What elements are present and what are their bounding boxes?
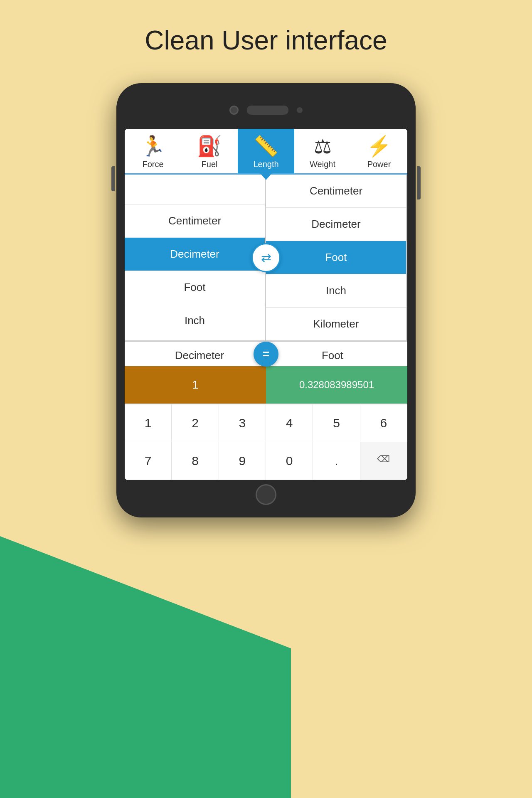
phone-sensor	[297, 107, 303, 113]
numpad-key-9[interactable]: 9	[219, 442, 266, 480]
numpad-key-8[interactable]: 8	[172, 442, 219, 480]
numpad-key-del[interactable]: ⌫	[360, 442, 407, 480]
swap-button[interactable]: ⇄	[251, 243, 281, 272]
tab-fuel[interactable]: ⛽ Fuel	[181, 129, 238, 173]
numpad-key-2[interactable]: 2	[172, 404, 219, 442]
force-icon: 🏃	[140, 135, 165, 158]
side-button-right	[417, 166, 421, 200]
length-icon: 📏	[254, 135, 278, 158]
numpad-key-0[interactable]: 0	[266, 442, 313, 480]
equals-button[interactable]: =	[254, 342, 278, 367]
phone-top-bar	[125, 96, 407, 125]
unit-item-left-0[interactable]	[125, 175, 265, 204]
unit-lists: Centimeter Decimeter Foot Inch Centimete…	[125, 175, 407, 342]
numpad-key-1[interactable]: 1	[125, 404, 172, 442]
converter-section: Decimeter Foot = 1 0.328083989501 123456…	[125, 342, 407, 480]
converter-to-value: 0.328083989501	[266, 366, 407, 404]
length-label: Length	[253, 160, 278, 169]
weight-label: Weight	[310, 160, 335, 169]
unit-list-right: Centimeter Decimeter Foot Inch Kilometer	[266, 175, 407, 340]
converter-header: Decimeter Foot =	[125, 342, 407, 366]
tab-power[interactable]: ⚡ Power	[351, 129, 407, 173]
numpad-key-4[interactable]: 4	[266, 404, 313, 442]
power-icon: ⚡	[367, 135, 392, 158]
swap-button-wrap: ⇄	[251, 243, 281, 272]
page-title: Clean User interface	[0, 25, 532, 56]
unit-item-right-2[interactable]: Foot	[266, 241, 406, 274]
converter-from-label: Decimeter	[133, 349, 266, 362]
side-button-left	[111, 166, 115, 191]
unit-item-left-3[interactable]: Foot	[125, 271, 265, 304]
phone-screen: 🏃 Force ⛽ Fuel 📏 Length ⚖ Weight ⚡ P	[125, 129, 407, 480]
unit-item-left-1[interactable]: Centimeter	[125, 204, 265, 238]
numpad-key-5[interactable]: 5	[313, 404, 360, 442]
home-button[interactable]	[256, 484, 276, 505]
unit-item-right-3[interactable]: Inch	[266, 274, 406, 308]
tab-length[interactable]: 📏 Length	[238, 129, 294, 173]
numpad-key-7[interactable]: 7	[125, 442, 172, 480]
tab-force[interactable]: 🏃 Force	[125, 129, 181, 173]
numpad-key-3[interactable]: 3	[219, 404, 266, 442]
power-label: Power	[367, 160, 391, 169]
tab-weight[interactable]: ⚖ Weight	[294, 129, 351, 173]
phone-bottom-bar	[125, 484, 407, 505]
unit-item-left-2[interactable]: Decimeter	[125, 238, 265, 271]
unit-item-right-0[interactable]: Centimeter	[266, 175, 406, 208]
unit-item-left-4[interactable]: Inch	[125, 304, 265, 337]
unit-list-left: Centimeter Decimeter Foot Inch	[125, 175, 266, 340]
converter-from-value[interactable]: 1	[125, 366, 266, 404]
fuel-icon: ⛽	[197, 135, 222, 158]
numpad: 1234567890.⌫	[125, 404, 407, 480]
unit-item-right-1[interactable]: Decimeter	[266, 208, 406, 241]
unit-item-right-4[interactable]: Kilometer	[266, 308, 406, 340]
fuel-label: Fuel	[202, 160, 218, 169]
nav-tabs: 🏃 Force ⛽ Fuel 📏 Length ⚖ Weight ⚡ P	[125, 129, 407, 175]
numpad-key-dot[interactable]: .	[313, 442, 360, 480]
weight-icon: ⚖	[314, 135, 332, 158]
phone-mockup: 🏃 Force ⛽ Fuel 📏 Length ⚖ Weight ⚡ P	[116, 83, 416, 517]
numpad-key-6[interactable]: 6	[360, 404, 407, 442]
converter-to-label: Foot	[266, 349, 399, 362]
phone-camera	[229, 106, 239, 115]
force-label: Force	[142, 160, 163, 169]
phone-speaker	[247, 106, 288, 115]
converter-values: 1 0.328083989501	[125, 366, 407, 404]
